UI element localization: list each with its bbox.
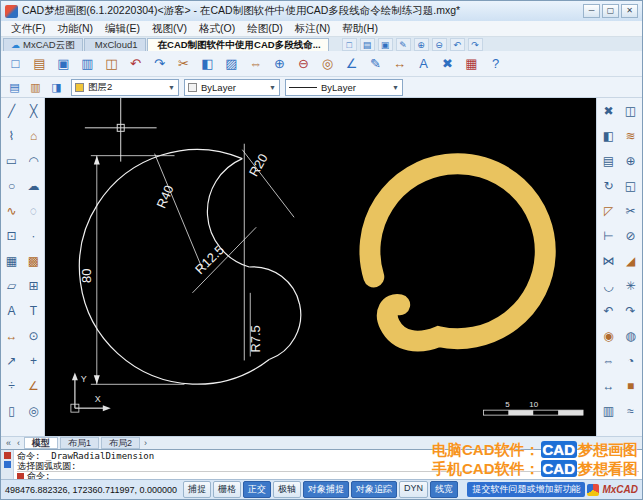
region-icon[interactable]: ▱ [1, 273, 23, 298]
redo-icon[interactable]: ↷ [620, 298, 642, 323]
block-icon[interactable]: ⊡ [1, 223, 23, 248]
zoom-out-icon[interactable]: ⊖ [292, 53, 315, 75]
hatch-icon[interactable]: ▦ [1, 248, 23, 273]
layout-tab-1[interactable]: 布局1 [60, 437, 99, 449]
text-icon[interactable]: A [1, 298, 23, 323]
measure-angle-icon[interactable]: ∠ [23, 373, 45, 398]
mtext-icon[interactable]: T [23, 298, 45, 323]
zoom-realtime-icon[interactable]: ◉ [598, 323, 620, 348]
menu-item[interactable]: 标注(N) [289, 22, 337, 36]
tab-mxcad-cloud[interactable]: ☁ MxCAD云图 [3, 38, 83, 51]
menu-item[interactable]: 视图(V) [146, 22, 193, 36]
command-options-icon[interactable] [4, 461, 11, 468]
toggle-dyn[interactable]: DYN [399, 481, 428, 498]
line-icon[interactable]: ╱ [1, 98, 23, 123]
mirror-icon[interactable]: ◧ [598, 123, 620, 148]
new-file-icon[interactable]: □ [342, 38, 357, 51]
orbit-icon[interactable]: ◔ [620, 348, 642, 373]
help-icon[interactable]: ? [484, 53, 507, 75]
layer-manager-icon[interactable]: ▤ [5, 79, 24, 96]
paste-icon[interactable]: ▨ [220, 53, 243, 75]
construction-line-icon[interactable]: ╳ [23, 98, 45, 123]
redo-icon[interactable]: ↷ [148, 53, 171, 75]
erase-icon[interactable]: ✖ [436, 53, 459, 75]
rectangle-icon[interactable]: ▭ [1, 148, 23, 173]
wipeout-icon[interactable]: ▯ [1, 398, 23, 423]
undo-icon[interactable]: ↶ [598, 298, 620, 323]
menu-item[interactable]: 帮助(H) [336, 22, 384, 36]
array-icon[interactable]: ▤ [598, 148, 620, 173]
table-icon[interactable]: ⊞ [23, 273, 45, 298]
print-icon[interactable]: ▥ [76, 53, 99, 75]
menu-item[interactable]: 编辑(E) [99, 22, 146, 36]
toggle-ortho[interactable]: 正交 [243, 481, 271, 498]
open-file-icon[interactable]: ▤ [360, 38, 375, 51]
ellipse-icon[interactable]: ◌ [23, 198, 45, 223]
prev-layout-icon[interactable]: ‹ [15, 438, 22, 448]
feedback-button[interactable]: 提交软件问题或增加新功能 [467, 482, 585, 497]
dimension-icon[interactable]: ↔ [388, 53, 411, 75]
dim-linear-icon[interactable]: ↔ [1, 323, 23, 348]
undo-icon[interactable]: ↶ [124, 53, 147, 75]
color-icon[interactable]: ■ [620, 373, 642, 398]
menu-item[interactable]: 功能(N) [51, 22, 99, 36]
zoom-in-icon[interactable]: ⊕ [414, 38, 429, 51]
measure-icon[interactable]: ∠ [340, 53, 363, 75]
layer-dropdown[interactable]: 图层2 ▼ [71, 79, 179, 96]
linetype-dropdown[interactable]: ByLayer ▼ [285, 79, 403, 96]
tab-mxcloud1[interactable]: MxCloud1 [84, 38, 146, 51]
polyline-icon[interactable]: ⌇ [1, 123, 23, 148]
zoom-out-icon[interactable]: ⊖ [432, 38, 447, 51]
fillet-icon[interactable]: ◡ [598, 273, 620, 298]
redo-icon[interactable]: ↷ [468, 38, 483, 51]
hatch-icon[interactable]: ▦ [460, 53, 483, 75]
zoom-window-icon[interactable]: ◍ [620, 323, 642, 348]
command-window-icon[interactable] [4, 452, 11, 459]
save-icon[interactable]: ▣ [378, 38, 393, 51]
leader-icon[interactable]: ↗ [1, 348, 23, 373]
undo-icon[interactable]: ↶ [450, 38, 465, 51]
scale-icon[interactable]: ◱ [620, 173, 642, 198]
arc-icon[interactable]: ◠ [23, 148, 45, 173]
divide-icon[interactable]: ÷ [1, 373, 23, 398]
layers-icon[interactable]: ▥ [598, 398, 620, 423]
toggle-polar[interactable]: 极轴 [273, 481, 301, 498]
point-icon[interactable]: ∙ [23, 223, 45, 248]
pan-icon[interactable]: ⇔ [244, 53, 267, 75]
pencil-icon[interactable]: ✎ [364, 53, 387, 75]
match-properties-icon[interactable]: ◨ [47, 79, 66, 96]
trim-icon[interactable]: ✂ [620, 198, 642, 223]
stretch-icon[interactable]: ◸ [598, 198, 620, 223]
zoom-in-icon[interactable]: ⊕ [268, 53, 291, 75]
erase-icon[interactable]: ✖ [598, 98, 620, 123]
revision-cloud-icon[interactable]: ☁ [23, 173, 45, 198]
zoom-window-icon[interactable]: ◎ [23, 398, 45, 423]
extend-icon[interactable]: ⊢ [598, 223, 620, 248]
chamfer-icon[interactable]: ◢ [620, 248, 642, 273]
layout-tab-2[interactable]: 布局2 [101, 437, 140, 449]
gradient-icon[interactable]: ▩ [23, 248, 45, 273]
explode-icon[interactable]: ✳ [620, 273, 642, 298]
save-icon[interactable]: ▣ [52, 53, 75, 75]
drawing-canvas[interactable]: 80 R40 R20 R12.5 R7.5 Y X [45, 98, 596, 436]
toggle-osnap[interactable]: 对象捕捉 [303, 481, 349, 498]
join-icon[interactable]: ⋈ [598, 248, 620, 273]
tab-current-drawing[interactable]: 在CAD制图软件中使用CAD多段线命... [147, 38, 329, 51]
toggle-lineweight[interactable]: 线宽 [430, 481, 458, 498]
rotate-icon[interactable]: ↻ [598, 173, 620, 198]
first-layout-icon[interactable]: « [4, 438, 13, 448]
distance-icon[interactable]: ↔ [598, 373, 620, 398]
cut-icon[interactable]: ✂ [172, 53, 195, 75]
menu-item[interactable]: 格式(O) [193, 22, 241, 36]
toggle-grid[interactable]: 栅格 [213, 481, 241, 498]
menu-item[interactable]: 文件(F) [5, 22, 51, 36]
move-icon[interactable]: ⊕ [620, 148, 642, 173]
text-icon[interactable]: A [412, 53, 435, 75]
circle-icon[interactable]: ○ [1, 173, 23, 198]
close-button[interactable]: ✕ [621, 4, 638, 18]
next-layout-icon[interactable]: › [142, 438, 149, 448]
polygon-icon[interactable]: ⌂ [23, 123, 45, 148]
color-dropdown[interactable]: ByLayer ▼ [184, 79, 280, 96]
open-file-icon[interactable]: ▤ [28, 53, 51, 75]
break-icon[interactable]: ⊘ [620, 223, 642, 248]
